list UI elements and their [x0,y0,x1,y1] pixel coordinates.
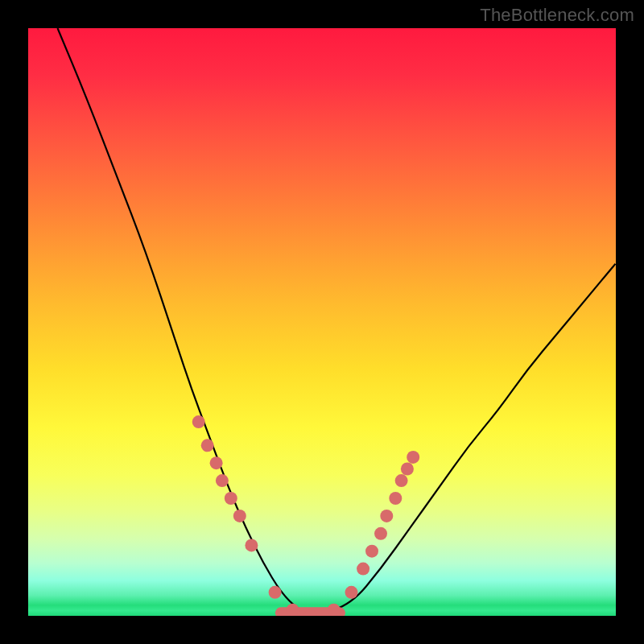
watermark-label: TheBottleneck.com [480,5,634,26]
marker-group [192,415,420,616]
highlight-marker [374,527,387,540]
highlight-marker [389,492,402,505]
highlight-marker [210,456,223,469]
highlight-marker [216,474,229,487]
highlight-marker [395,474,408,487]
highlight-marker [345,586,358,599]
highlight-marker [233,510,246,522]
highlight-marker [357,563,369,576]
highlight-marker [407,451,419,464]
chart-svg [28,28,616,616]
highlight-marker [245,539,258,551]
plot-area [28,28,616,616]
chart-frame: TheBottleneck.com [0,0,644,644]
highlight-marker [380,510,393,522]
highlight-marker [225,492,237,505]
highlight-marker [401,463,414,476]
highlight-marker [192,415,205,428]
highlight-marker [201,439,214,452]
highlight-marker [365,545,378,558]
highlight-marker [328,604,341,616]
highlight-marker [269,586,282,599]
bottleneck-curve [58,28,617,614]
highlight-marker [287,604,299,616]
